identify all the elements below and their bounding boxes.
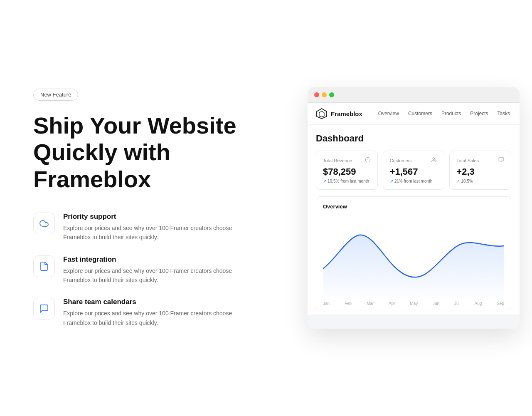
chart-month-jun: Jun xyxy=(433,301,439,306)
browser-titlebar xyxy=(308,87,520,103)
stat-value-sales: +2,3 xyxy=(456,166,504,177)
dash-title: Dashboard xyxy=(316,133,511,144)
hero-title-line2: Quickly with Frameblox xyxy=(33,139,170,192)
revenue-trend-icon: ↗ xyxy=(323,179,326,183)
left-panel: New Feature Ship Your Website Quickly wi… xyxy=(33,89,283,328)
nav-projects[interactable]: Projects xyxy=(466,109,492,118)
logo-icon xyxy=(316,108,328,119)
feature-icon-box-cloud xyxy=(33,213,55,234)
chat-icon xyxy=(39,304,49,314)
traffic-light-green xyxy=(329,92,334,97)
app-nav: Frameblox Overview Customers Products Pr… xyxy=(308,103,520,125)
svg-rect-6 xyxy=(499,158,504,161)
stat-card-revenue: Total Revenue $78,259 ↗ 10,5% from last … xyxy=(316,151,378,190)
cloud-icon xyxy=(39,218,49,228)
traffic-light-red xyxy=(314,92,319,97)
browser-window: Frameblox Overview Customers Products Pr… xyxy=(308,87,520,329)
svg-point-5 xyxy=(433,158,435,160)
feature-priority-support: Priority support Explore our prices and … xyxy=(33,213,283,242)
chart-month-may: May xyxy=(410,301,418,306)
chart-months: Jan Feb Mar Apr May Jun Jul Aug Sep xyxy=(323,298,504,306)
stats-row: Total Revenue $78,259 ↗ 10,5% from last … xyxy=(316,151,511,190)
document-icon xyxy=(39,261,49,271)
stat-label-revenue: Total Revenue xyxy=(323,157,371,164)
feature-title-fast-integration: Fast integration xyxy=(63,255,238,264)
feature-text-priority-support: Priority support Explore our prices and … xyxy=(63,213,238,242)
feature-title-share-calendars: Share team calendars xyxy=(63,298,238,306)
traffic-light-yellow xyxy=(322,92,327,97)
feature-text-fast-integration: Fast integration Explore our prices and … xyxy=(63,255,238,285)
stat-label-customers: Customers xyxy=(390,157,438,164)
right-panel: Frameblox Overview Customers Products Pr… xyxy=(308,87,520,329)
chart-month-jul: Jul xyxy=(454,301,460,306)
features-list: Priority support Explore our prices and … xyxy=(33,213,283,327)
nav-tasks[interactable]: Tasks xyxy=(493,109,515,118)
stat-card-sales: Total Sales +2,3 ↗ 10,5% xyxy=(449,151,511,190)
hero-title: Ship Your Website Quickly with Frameblox xyxy=(33,112,283,193)
feature-desc-fast-integration: Explore our prices and see why over 100 … xyxy=(63,266,238,285)
sales-trend-icon: ↗ xyxy=(456,179,460,183)
sales-icon xyxy=(498,157,504,164)
hero-title-line1: Ship Your Website xyxy=(33,112,236,139)
chart-area xyxy=(323,215,504,298)
customers-trend-icon: ↗ xyxy=(390,179,393,183)
stat-change-revenue: ↗ 10,5% from last month xyxy=(323,179,371,183)
customers-icon xyxy=(431,157,437,164)
chart-month-feb: Feb xyxy=(345,301,352,306)
feature-icon-box-document xyxy=(33,255,55,277)
dash-main: Dashboard Total Revenue $78,259 xyxy=(308,125,520,314)
feature-share-calendars: Share team calendars Explore our prices … xyxy=(33,298,283,327)
chart-fill xyxy=(323,235,504,298)
feature-desc-priority-support: Explore our prices and see why over 100 … xyxy=(63,223,238,242)
stat-change-customers: ↗ 21% from last month xyxy=(390,179,438,183)
revenue-icon xyxy=(365,157,371,164)
feature-desc-share-calendars: Explore our prices and see why over 100 … xyxy=(63,309,238,327)
page-container: New Feature Ship Your Website Quickly wi… xyxy=(0,0,532,416)
overview-card: Overview xyxy=(316,196,511,310)
svg-marker-1 xyxy=(319,111,324,117)
feature-icon-box-chat xyxy=(33,298,55,319)
nav-products[interactable]: Products xyxy=(437,109,465,118)
nav-customers[interactable]: Customers xyxy=(404,109,436,118)
stat-value-revenue: $78,259 xyxy=(323,166,371,177)
chart-month-sep: Sep xyxy=(497,301,504,306)
new-feature-badge: New Feature xyxy=(33,89,78,101)
nav-settings[interactable]: Settings xyxy=(515,109,520,118)
stat-label-sales: Total Sales xyxy=(456,157,504,164)
chart-month-aug: Aug xyxy=(475,301,482,306)
feature-title-priority-support: Priority support xyxy=(63,213,238,221)
stat-change-sales: ↗ 10,5% xyxy=(456,179,504,183)
chart-month-apr: Apr xyxy=(389,301,395,306)
chart-month-jan: Jan xyxy=(323,301,330,306)
dashboard-content: Frameblox Overview Customers Products Pr… xyxy=(308,103,520,314)
chart-month-mar: Mar xyxy=(367,301,374,306)
feature-text-share-calendars: Share team calendars Explore our prices … xyxy=(63,298,238,327)
overview-label: Overview xyxy=(323,203,504,210)
logo-text: Frameblox xyxy=(331,110,362,117)
nav-items: Overview Customers Products Projects Tas… xyxy=(374,109,520,118)
nav-overview[interactable]: Overview xyxy=(374,109,403,118)
feature-fast-integration: Fast integration Explore our prices and … xyxy=(33,255,283,285)
stat-value-customers: +1,567 xyxy=(390,166,438,177)
overview-chart xyxy=(323,215,504,298)
app-logo: Frameblox xyxy=(316,108,362,119)
stat-card-customers: Customers +1,567 ↗ 21% from last month xyxy=(383,151,445,190)
